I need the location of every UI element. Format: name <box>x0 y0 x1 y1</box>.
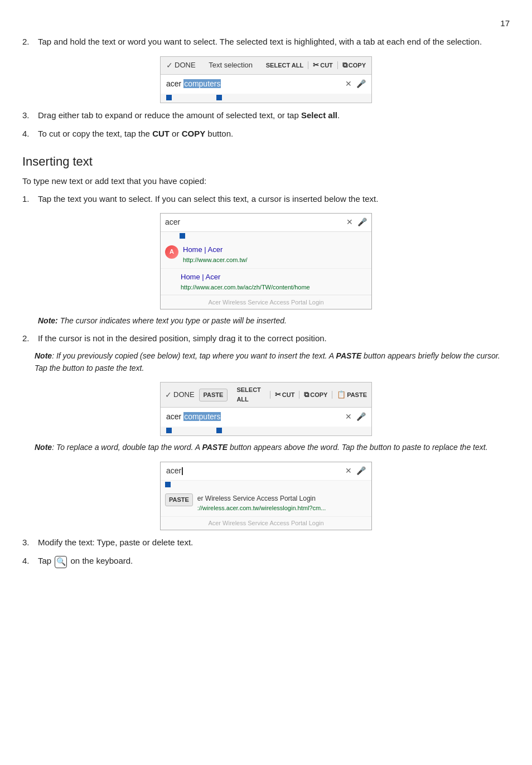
close-icon-1: ✕ <box>345 78 352 90</box>
item-2-text: Tap and hold the text or word you want t… <box>38 35 510 48</box>
acer-input-text: acer <box>166 465 342 477</box>
numbered-item-2: 2. Tap and hold the text or word you wan… <box>22 35 510 48</box>
cursor-icons-acer: ✕ 🎤 <box>345 465 366 477</box>
inserting-item-1-text: Tap the text you want to select. If you … <box>38 192 510 205</box>
text-input-content-1: acer computers <box>166 78 342 90</box>
search-result-2: Home | Acer http://www.acer.com.tw/ac/zh… <box>161 269 371 295</box>
paste-toolbar-done: ✓ DONE <box>165 389 195 401</box>
paste-cut-label: CUT <box>282 390 295 400</box>
divider-p2 <box>299 391 299 399</box>
copy-bold: COPY <box>182 129 206 138</box>
paste-cut-btn[interactable]: ✂ CUT <box>275 389 295 400</box>
paste-input-text: acer <box>166 412 183 421</box>
inserting-item-3: 3. Modify the text: Type, paste or delet… <box>22 536 510 549</box>
cursor-search <box>180 233 185 239</box>
toolbar-container-paste: ✓ DONE PASTE SELECT ALL ✂ CUT ⧉ COPY <box>22 382 510 436</box>
check-icon-paste: ✓ <box>165 389 172 401</box>
divider-2 <box>337 61 338 69</box>
divider-p3 <box>332 391 332 399</box>
paste-btn-bar[interactable]: PASTE <box>199 389 228 401</box>
item-4-num: 4. <box>22 127 35 140</box>
copy-btn[interactable]: ⧉ COPY <box>342 60 366 71</box>
inserting-item-1-num: 1. <box>22 192 35 205</box>
check-icon: ✓ <box>166 60 173 72</box>
paste-label-acer[interactable]: PASTE <box>165 493 193 506</box>
copy-icon: ⧉ <box>342 60 347 71</box>
item-2-num: 2. <box>22 35 35 48</box>
toolbar-done: ✓ DONE <box>166 60 196 72</box>
inserting-item-2: 2. If the cursor is not in the desired p… <box>22 332 510 345</box>
paste-toolbar-actions: SELECT ALL ✂ CUT ⧉ COPY 📋 PASTE <box>236 385 367 404</box>
numbered-item-4: 4. To cut or copy the text, tap the CUT … <box>22 127 510 140</box>
search-panel: acer ✕ 🎤 A Home | Acer http://www.acer.c… <box>160 213 372 309</box>
inserting-item-4-num: 4. <box>22 554 35 568</box>
search-result-text-1: Home | Acer http://www.acer.com.tw/ <box>183 244 248 265</box>
paste-done-label: DONE <box>173 389 195 400</box>
inserting-item-3-text: Modify the text: Type, paste or delete t… <box>38 536 510 549</box>
paste-highlighted-text: computers <box>183 412 221 421</box>
mic-icon-acer: 🎤 <box>356 465 366 477</box>
mic-icon-1: 🎤 <box>356 78 366 90</box>
paste-paste-label: PASTE <box>347 390 367 400</box>
close-icon-acer: ✕ <box>345 465 352 477</box>
cursor-icons-1: ✕ 🎤 <box>345 78 366 90</box>
acer-box-container: acer ✕ 🎤 PASTE er Wireless Service Acces… <box>22 462 510 530</box>
cut-label: CUT <box>320 61 333 70</box>
inserting-item-2-text: If the cursor is not in the desired posi… <box>38 332 510 345</box>
cut-bold: CUT <box>152 129 170 138</box>
paste-result-url: ://wireless.acer.com.tw/wirelesslogin.ht… <box>197 503 367 513</box>
copy-label: COPY <box>349 61 366 70</box>
acer-box: acer ✕ 🎤 PASTE er Wireless Service Acces… <box>160 462 372 530</box>
toolbar-box-paste: ✓ DONE PASTE SELECT ALL ✂ CUT ⧉ COPY <box>160 382 372 436</box>
select-all-btn[interactable]: SELECT ALL <box>266 61 303 70</box>
paste-select-all-btn[interactable]: SELECT ALL <box>236 385 265 404</box>
search-box: acer ✕ 🎤 A Home | Acer http://www.acer.c… <box>22 213 510 309</box>
text-selection-label: Text selection <box>201 60 260 71</box>
highlighted-text-1: computers <box>183 79 221 88</box>
note-1: Note: The cursor indicates where text yo… <box>22 315 510 327</box>
toolbar-container-1: ✓ DONE Text selection SELECT ALL ✂ CUT ⧉… <box>22 56 510 103</box>
paste-copy-btn[interactable]: ⧉ COPY <box>304 389 327 400</box>
cursor-acer <box>165 482 171 487</box>
cursor-left <box>166 95 172 100</box>
mic-icon-paste: 🎤 <box>356 411 366 423</box>
paste-icon: 📋 <box>337 389 346 400</box>
cut-icon: ✂ <box>313 60 319 71</box>
done-label: DONE <box>175 60 196 71</box>
item-3-text: Drag either tab to expand or reduce the … <box>38 109 510 122</box>
section-heading-inserting: Inserting text <box>22 152 510 171</box>
toolbar-bar-1: ✓ DONE Text selection SELECT ALL ✂ CUT ⧉… <box>161 57 371 75</box>
result-url-1: http://www.acer.com.tw/ <box>183 255 248 265</box>
inserting-item-3-num: 3. <box>22 536 35 549</box>
paste-paste-btn[interactable]: 📋 PASTE <box>337 389 367 400</box>
cursor-bar-paste <box>166 428 371 433</box>
inserting-item-1: 1. Tap the text you want to select. If y… <box>22 192 510 205</box>
paste-toolbar-bar: ✓ DONE PASTE SELECT ALL ✂ CUT ⧉ COPY <box>161 382 371 408</box>
acer-paste-text: er Wireless Service Access Portal Login … <box>197 493 367 514</box>
mic-icon-search: 🎤 <box>357 216 367 229</box>
text-input-row-1: acer computers ✕ 🎤 <box>161 75 371 94</box>
search-key-icon: 🔍 <box>55 556 67 568</box>
toolbar-box-1: ✓ DONE Text selection SELECT ALL ✂ CUT ⧉… <box>160 56 372 103</box>
divider-1 <box>308 61 308 69</box>
toolbar-actions-1: SELECT ALL ✂ CUT ⧉ COPY <box>266 60 366 71</box>
cut-btn[interactable]: ✂ CUT <box>313 60 333 71</box>
search-input-text: acer <box>165 216 343 229</box>
item-3-num: 3. <box>22 109 35 122</box>
search-input-row: acer ✕ 🎤 <box>161 214 371 232</box>
result-title-2: Home | Acer <box>181 272 367 283</box>
acer-icon: A <box>165 245 178 259</box>
inserting-item-4-text: Tap 🔍 on the keyboard. <box>38 554 510 568</box>
cursor-icons-search: ✕ 🎤 <box>346 216 367 229</box>
paste-text-input-row: acer computers ✕ 🎤 <box>161 408 371 427</box>
close-icon-paste: ✕ <box>345 411 352 423</box>
cursor-right <box>216 95 222 100</box>
search-result-1: A Home | Acer http://www.acer.com.tw/ <box>161 241 371 269</box>
page-number: 17 <box>22 17 510 30</box>
note-2-block: Note: If you previously copied (see belo… <box>35 350 510 374</box>
inserting-item-4: 4. Tap 🔍 on the keyboard. <box>22 554 510 568</box>
acer-faded: Acer Wireless Service Access Portal Logi… <box>161 517 371 530</box>
paste-input-content: acer computers <box>166 411 342 423</box>
cursor-right-paste <box>216 428 222 433</box>
select-all-bold: Select all <box>301 110 337 120</box>
